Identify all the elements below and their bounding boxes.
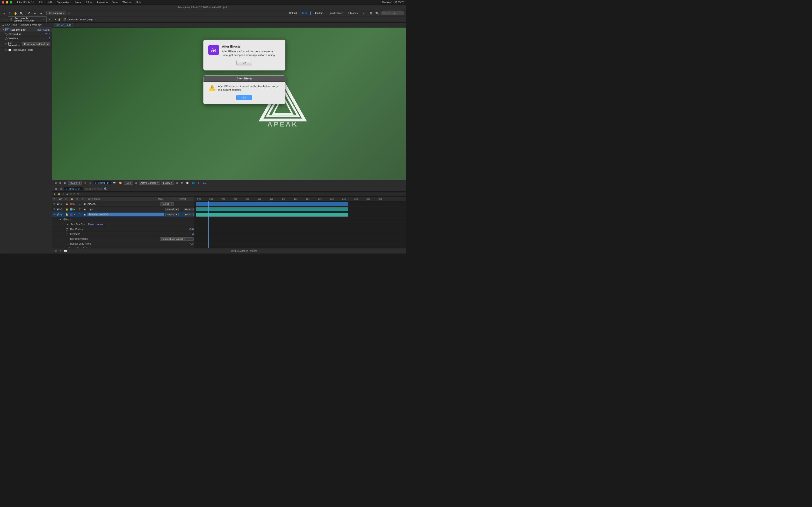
expand-effects[interactable]: ▼ [59, 218, 62, 221]
hand-tool[interactable]: ✋ [13, 11, 18, 16]
close-comp-btn[interactable]: ✕ [53, 17, 58, 22]
dialog2-ok-button[interactable]: OK [236, 95, 252, 100]
menu-after-effects[interactable]: After Effects CC [16, 1, 35, 4]
keyframe-btn[interactable]: ◆ [66, 193, 69, 195]
color-btn[interactable]: 🎨 [118, 181, 123, 185]
lock-2[interactable]: 🔒 [65, 208, 69, 211]
dialog-box-2[interactable]: After Effects ⚠️ After Effects error: in… [203, 75, 286, 104]
pixel-aspect-btn[interactable]: ⊡ [63, 181, 67, 185]
toggle-btn[interactable]: ⊞ [134, 181, 138, 185]
menu-help[interactable]: Help [135, 1, 142, 4]
maximize-btn[interactable] [10, 1, 12, 4]
expand-fbb[interactable]: ▼ [66, 223, 69, 226]
trim-btn[interactable]: ✂ [80, 193, 83, 195]
audio-icon-3[interactable]: 🔊 [57, 213, 59, 216]
effect-about-btn[interactable]: About. [43, 29, 50, 31]
workspace-small-screen[interactable]: Small Screen [326, 11, 345, 15]
workspace-default[interactable]: Default [287, 11, 299, 15]
audio-icon-2[interactable]: 🔊 [57, 208, 59, 211]
dialog1-ok-button[interactable]: OK [236, 60, 252, 65]
toggle-switches-label[interactable]: Toggle Switches / Modes [69, 249, 406, 252]
zoom-level-display[interactable]: (99.8%) ▾ [68, 181, 82, 185]
expand-1[interactable]: ▶ [73, 203, 77, 205]
effect-controls-tab[interactable]: 🎬 Effect Controls Summer_Forest.mp4 ≡ [8, 16, 47, 22]
transparency-btn[interactable]: ⧉ [58, 181, 62, 185]
lock-btn[interactable]: 🔒 [57, 193, 61, 195]
select-tool[interactable]: ↖ [7, 11, 12, 16]
comp-tab-menu[interactable]: ≡ [95, 18, 96, 21]
solo-btn[interactable]: ◈ [53, 193, 56, 195]
visibility-icon-1[interactable]: 👁 [53, 203, 56, 205]
fbb-reset-btn[interactable]: Reset [88, 223, 94, 226]
tab-close[interactable]: ≡ [43, 18, 45, 21]
zoom-tool[interactable]: 🔍 [19, 11, 24, 16]
copy-btn[interactable]: ⎘ [69, 193, 72, 195]
add-to-render-btn[interactable]: ⊞ [54, 249, 57, 252]
menu-edit[interactable]: Edit [47, 1, 53, 4]
menu-window[interactable]: Window [121, 1, 132, 4]
snapshot-btn[interactable]: 📷 [112, 181, 117, 185]
reset-btn[interactable]: ↺ [197, 181, 200, 185]
track-bar-2[interactable] [196, 207, 348, 211]
quality-select[interactable]: Full ▾ [124, 181, 133, 185]
iterations-tl-value[interactable]: 3 [192, 233, 194, 235]
track-bar-1[interactable] [196, 202, 348, 206]
expand-btn[interactable]: ⤢ [67, 11, 72, 16]
view-select[interactable]: 1 View ▾ [161, 181, 174, 185]
panel-options[interactable]: ⊞ [369, 11, 373, 16]
layout-btn[interactable]: ⊞ [175, 181, 179, 185]
workspace-libraries[interactable]: Libraries [346, 11, 360, 15]
home-tool[interactable]: ⌂ [1, 11, 6, 16]
expand-arrow[interactable]: ▼ [2, 29, 4, 31]
menu-effect[interactable]: Effect [85, 1, 93, 4]
expand-panel[interactable]: » [47, 17, 51, 22]
undo-btn[interactable]: ↩ [33, 11, 38, 16]
dialog-box-1[interactable]: Ae After Effects After Effects can't con… [203, 40, 286, 70]
fbb-about-btn[interactable]: About... [97, 223, 105, 226]
timeline-time-input[interactable]: 0;00;01;14 [64, 187, 83, 191]
apeak-logo-tab[interactable]: APEAK_Logo [54, 23, 73, 27]
effect-reset-btn[interactable]: Reset [36, 29, 42, 31]
trkmat-3[interactable]: None [184, 213, 194, 216]
visibility-icon-3[interactable]: 👁 [53, 213, 56, 216]
blur-radius-value[interactable]: 25.0 [45, 33, 50, 36]
lock-1[interactable]: 🔒 [65, 203, 69, 205]
more-workspaces[interactable]: » [361, 11, 366, 16]
search-timeline-btn[interactable]: 🔍 [103, 187, 108, 191]
resolution-btn[interactable]: ⊟ [89, 181, 92, 185]
camera-select[interactable]: Active Camera ▾ [139, 181, 160, 185]
channel-btn[interactable]: 🔲 [185, 181, 190, 185]
mode-3[interactable]: Normal ▾ [165, 213, 179, 216]
menu-layer[interactable]: Layer [74, 1, 82, 4]
close-timeline-btn[interactable]: ✕ [54, 187, 58, 191]
align-btn[interactable]: ⊟ [77, 193, 79, 195]
lock-3[interactable]: 🔒 [65, 213, 69, 216]
help-btn[interactable]: ? [59, 249, 61, 252]
visibility-icon-2[interactable]: 👁 [53, 208, 56, 211]
layer-row-1[interactable]: 👁 🔊 ◎ 🔒 ▶ 1 ▣ APEAK Normal ▾ [52, 201, 195, 207]
mode-2[interactable]: Normal ▾ [165, 208, 179, 211]
fast-preview-btn[interactable]: ⚡ [83, 181, 88, 185]
3d-btn[interactable]: 🌐 [191, 181, 196, 185]
snapping-btn[interactable]: ⊞ Snapping ▾ [46, 11, 66, 15]
solo-3[interactable]: ◎ [60, 213, 64, 216]
rotate-tool[interactable]: ↺ [27, 11, 32, 16]
blur-radius-tl-value[interactable]: 25.0 [189, 228, 194, 231]
paste-btn[interactable]: ⎗ [73, 193, 75, 195]
mode-1[interactable]: Normal ▾ [160, 202, 174, 206]
renderer-btn[interactable]: ⚙ [180, 181, 184, 185]
iterations-value[interactable]: 3 [49, 37, 50, 40]
search-help-input[interactable] [380, 11, 405, 15]
search-btn[interactable]: 🔍 [374, 11, 379, 16]
close-panel-btn[interactable]: ✕ [1, 17, 5, 22]
close-btn[interactable] [2, 1, 4, 4]
layer-graph-btn[interactable]: 📊 [63, 249, 67, 252]
solo-2[interactable]: ◎ [60, 208, 64, 211]
track-bar-3[interactable] [196, 213, 348, 217]
layer-row-3[interactable]: 👁 🔊 ◎ 🔒 ▼ 3 ▣ Summer...est.mp4 Normal ▾ … [52, 212, 195, 217]
trkmat-2[interactable]: None [184, 208, 194, 211]
workspace-learn[interactable]: Learn [300, 11, 311, 15]
audio-icon-1[interactable]: 🔊 [57, 203, 59, 205]
solo-1[interactable]: ◎ [60, 203, 64, 205]
repeat-edge-checkbox[interactable] [8, 49, 11, 51]
